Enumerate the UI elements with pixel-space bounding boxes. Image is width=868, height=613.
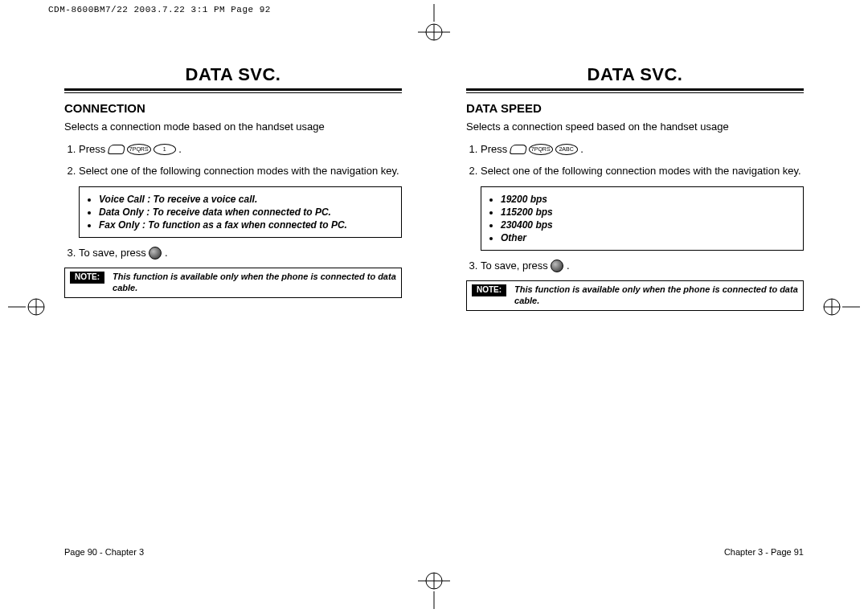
page-footer-left: Page 90 - Chapter 3 <box>64 547 144 557</box>
page-left: Data Svc. Connection Selects a connectio… <box>48 40 418 565</box>
print-header: CDM-8600BM7/22 2003.7.22 3:1 PM Page 92 <box>48 5 271 14</box>
step-3: To save, press . <box>481 259 804 273</box>
rule-thin <box>64 92 402 93</box>
cropmark-bottom <box>410 561 458 609</box>
step3-prefix: To save, press <box>79 247 146 259</box>
ok-key-icon <box>149 247 162 260</box>
num-key-icon: 7PQRS <box>529 144 553 155</box>
step-list-cont: To save, press . <box>64 246 402 260</box>
step-1: Press 7PQRS 2ABC . <box>481 142 804 157</box>
page-title-right: Data Svc. <box>466 64 804 85</box>
option-item: 230400 bps <box>501 219 796 231</box>
page-footer-right: Chapter 3 - Page 91 <box>724 547 804 557</box>
step-list-cont: To save, press . <box>466 259 804 273</box>
step-3: To save, press . <box>79 246 402 260</box>
key-sequence: 7PQRS 2ABC <box>510 144 578 155</box>
note-label: NOTE: <box>70 272 104 284</box>
key-sequence: 7PQRS 1 <box>108 144 176 155</box>
option-item: Data Only : To receive data when connect… <box>99 206 395 218</box>
options-box: Voice Call : To receive a voice call. Da… <box>79 186 402 238</box>
step1-prefix: Press <box>79 143 105 155</box>
rule-thick <box>64 88 402 91</box>
num-key-icon: 1 <box>154 144 176 155</box>
option-item: Other <box>501 232 796 243</box>
step-1: Press 7PQRS 1 . <box>79 142 402 157</box>
intro-text: Selects a connection mode based on the h… <box>64 120 402 134</box>
step-list: Press 7PQRS 2ABC . Select one of the fol… <box>466 142 804 178</box>
ok-key-icon <box>551 260 563 272</box>
step-list: Press 7PQRS 1 . Select one of the follow… <box>64 142 402 178</box>
two-page-spread: Data Svc. Connection Selects a connectio… <box>48 40 820 565</box>
intro-text: Selects a connection speed based on the … <box>466 120 804 134</box>
option-item: 115200 bps <box>501 206 796 218</box>
step-2: Select one of the following connection m… <box>79 164 402 178</box>
option-item: 19200 bps <box>501 194 796 205</box>
menu-key-icon <box>108 145 126 154</box>
menu-key-icon <box>510 145 528 154</box>
note-text: This function is available only when the… <box>514 284 798 307</box>
section-title-connection: Connection <box>64 101 402 115</box>
num-key-icon: 2ABC <box>555 144 578 155</box>
step1-prefix: Press <box>481 143 507 155</box>
options-box: 19200 bps 115200 bps 230400 bps Other <box>481 186 804 251</box>
option-item: Voice Call : To receive a voice call. <box>99 194 395 205</box>
option-item: Fax Only : To function as a fax when con… <box>99 219 395 231</box>
page-right: Data Svc. Data Speed Selects a connectio… <box>450 40 820 565</box>
note-box: NOTE: This function is available only wh… <box>64 268 402 298</box>
section-title-dataspeed: Data Speed <box>466 101 804 115</box>
note-box: NOTE: This function is available only wh… <box>466 280 804 311</box>
num-key-icon: 7PQRS <box>127 144 151 155</box>
rule-thin <box>466 92 804 93</box>
step-2: Select one of the following connection m… <box>481 164 804 178</box>
page-title-left: Data Svc. <box>64 64 402 85</box>
note-text: This function is available only when the… <box>113 272 396 294</box>
note-label: NOTE: <box>472 284 506 296</box>
rule-thick <box>466 88 804 91</box>
step3-prefix: To save, press <box>481 260 548 272</box>
